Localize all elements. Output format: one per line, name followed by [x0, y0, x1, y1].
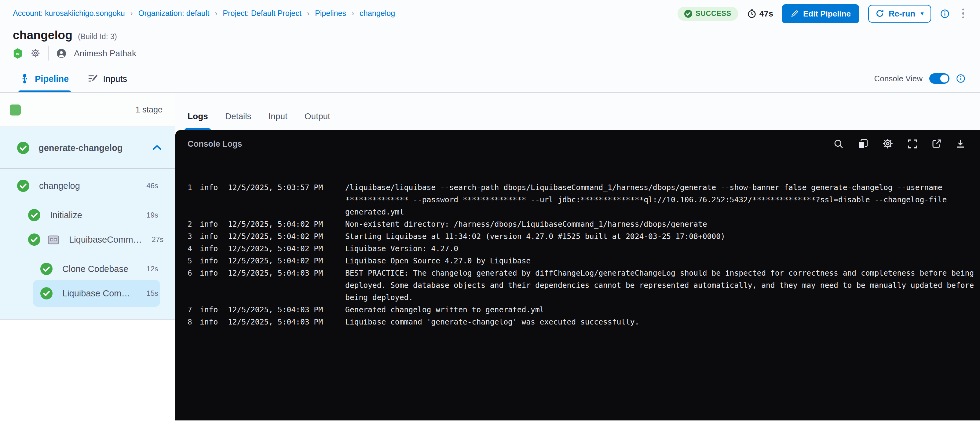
- settings-gear-icon[interactable]: [882, 138, 893, 149]
- info-icon[interactable]: [940, 9, 949, 18]
- tab-inputs[interactable]: Inputs: [87, 65, 127, 92]
- step-details-panel: Logs Details Input Output Console Logs: [175, 93, 980, 421]
- step-label: Liquibase Com…: [62, 289, 137, 298]
- view-tabbar: Pipeline Inputs Console View: [0, 65, 980, 93]
- console-view-label: Console View: [874, 74, 923, 83]
- success-check-icon: [40, 287, 52, 300]
- pipeline-icon: [20, 73, 29, 83]
- log-entry: 8 info 12/5/2025, 5:04:03 PM Liquibase c…: [188, 316, 970, 328]
- log-entry: 7 info 12/5/2025, 5:04:03 PM Generated c…: [188, 304, 970, 316]
- log-message: /liquibase/liquibase --search-path dbops…: [345, 182, 970, 218]
- open-in-new-icon[interactable]: [932, 139, 942, 148]
- log-message: Liquibase Open Source 4.27.0 by Liquibas…: [345, 255, 970, 267]
- success-check-icon: [40, 263, 52, 275]
- log-line-number: 4: [188, 242, 200, 255]
- log-timestamp: 12/5/2025, 5:03:57 PM: [228, 182, 345, 218]
- rerun-label: Re-run: [889, 9, 915, 18]
- stage-group-label: generate-changelog: [38, 143, 143, 153]
- step-row-clone-codebase[interactable]: Clone Codebase 12s: [0, 257, 175, 281]
- breadcrumb-account[interactable]: Account: kurosakiichigo.songoku: [13, 9, 125, 18]
- log-entry: 2 info 12/5/2025, 5:04:02 PM Non-existen…: [188, 218, 970, 230]
- console-log-output[interactable]: 1 info 12/5/2025, 5:03:57 PM /liquibase/…: [175, 157, 980, 328]
- breadcrumb-organization[interactable]: Organization: default: [138, 9, 209, 18]
- ci-module-icon: ∞: [13, 48, 22, 58]
- step-duration: 19s: [146, 211, 158, 219]
- title-row: changelog (Build Id: 3): [0, 27, 980, 42]
- log-timestamp: 12/5/2025, 5:04:02 PM: [228, 255, 345, 267]
- log-level: info: [200, 316, 228, 328]
- console-view-toggle[interactable]: [929, 73, 950, 84]
- log-line-number: 8: [188, 316, 200, 328]
- step-row-liquibase-command-selected[interactable]: Liquibase Com… 15s: [0, 281, 175, 306]
- log-message: Liquibase command 'generate-changelog' w…: [345, 316, 970, 328]
- log-timestamp: 12/5/2025, 5:04:02 PM: [228, 230, 345, 242]
- log-entry: 6 info 12/5/2025, 5:04:03 PM BEST PRACTI…: [188, 267, 970, 304]
- pipeline-execution-page: Account: kurosakiichigo.songoku › Organi…: [0, 0, 980, 429]
- fullscreen-icon[interactable]: [907, 139, 918, 149]
- log-line-number: 7: [188, 304, 200, 316]
- step-row-changelog[interactable]: changelog 46s: [0, 174, 175, 198]
- log-timestamp: 12/5/2025, 5:04:03 PM: [228, 267, 345, 304]
- breadcrumb-changelog[interactable]: changelog: [360, 9, 395, 18]
- stage-status-square[interactable]: [10, 104, 21, 115]
- breadcrumb-separator: ›: [352, 9, 354, 18]
- console-view-info-icon[interactable]: [956, 74, 965, 83]
- execution-sidebar: 1 stage generate-changelog changelog 46s: [0, 93, 175, 421]
- download-icon[interactable]: [956, 139, 965, 148]
- chevron-up-icon[interactable]: [153, 145, 161, 150]
- pencil-icon: [791, 10, 799, 18]
- content: 1 stage generate-changelog changelog 46s: [0, 93, 980, 421]
- stage-graph-header: 1 stage: [0, 93, 175, 127]
- step-row-liquibase-command-group[interactable]: LiquibaseComm… 27s: [0, 227, 175, 252]
- more-options-icon[interactable]: [958, 6, 968, 21]
- console-header: Console Logs: [175, 130, 980, 157]
- step-duration: 12s: [146, 265, 158, 273]
- success-check-icon: [17, 180, 29, 192]
- copy-icon[interactable]: [858, 139, 868, 149]
- step-group-icon: [48, 235, 59, 244]
- log-level: info: [200, 255, 228, 267]
- log-timestamp: 12/5/2025, 5:04:03 PM: [228, 304, 345, 316]
- tab-logs[interactable]: Logs: [188, 111, 208, 130]
- log-message: Non-existent directory: /harness/dbops/L…: [345, 218, 970, 230]
- success-check-icon: [28, 209, 40, 221]
- breadcrumb-project[interactable]: Project: Default Project: [223, 9, 302, 18]
- tab-details[interactable]: Details: [225, 111, 251, 130]
- view-tabs: Pipeline Inputs: [20, 65, 127, 92]
- search-icon[interactable]: [834, 139, 844, 149]
- log-entry: 4 info 12/5/2025, 5:04:02 PM Liquibase V…: [188, 242, 970, 255]
- status-badge: SUCCESS: [677, 6, 738, 21]
- tab-input[interactable]: Input: [269, 111, 288, 130]
- log-message: BEST PRACTICE: The changelog generated b…: [345, 267, 974, 304]
- gear-icon[interactable]: [30, 48, 40, 58]
- breadcrumb-pipelines[interactable]: Pipelines: [315, 9, 346, 18]
- breadcrumb-separator: ›: [215, 9, 217, 18]
- log-line-number: 3: [188, 230, 200, 242]
- log-entry: 5 info 12/5/2025, 5:04:02 PM Liquibase O…: [188, 255, 970, 267]
- stage-group-row[interactable]: generate-changelog: [0, 127, 175, 169]
- step-label: LiquibaseComm…: [69, 234, 142, 244]
- rerun-button[interactable]: Re-run ▾: [869, 5, 931, 22]
- stage-count: 1 stage: [135, 105, 162, 114]
- tab-pipeline-label: Pipeline: [35, 73, 69, 83]
- step-duration: 15s: [146, 289, 158, 298]
- tab-inputs-label: Inputs: [103, 73, 127, 83]
- edit-pipeline-button[interactable]: Edit Pipeline: [782, 4, 859, 23]
- log-entry: 3 info 12/5/2025, 5:04:02 PM Starting Li…: [188, 230, 970, 242]
- log-line-number: 2: [188, 218, 200, 230]
- clock-icon: [747, 9, 756, 18]
- step-label: Initialize: [50, 210, 137, 220]
- success-check-icon: [17, 142, 29, 154]
- step-row-initialize[interactable]: Initialize 19s: [0, 203, 175, 227]
- status-badge-label: SUCCESS: [695, 10, 731, 17]
- trigger-author: Animesh Pathak: [74, 48, 136, 58]
- tab-pipeline[interactable]: Pipeline: [20, 65, 69, 92]
- breadcrumb-separator: ›: [307, 9, 309, 18]
- console-panel: Console Logs: [175, 130, 980, 421]
- page-title: changelog: [13, 28, 72, 42]
- inputs-icon: [87, 74, 97, 83]
- log-level: info: [200, 267, 228, 304]
- tab-output[interactable]: Output: [305, 111, 330, 130]
- log-timestamp: 12/5/2025, 5:04:02 PM: [228, 242, 345, 255]
- success-check-icon: [28, 233, 40, 246]
